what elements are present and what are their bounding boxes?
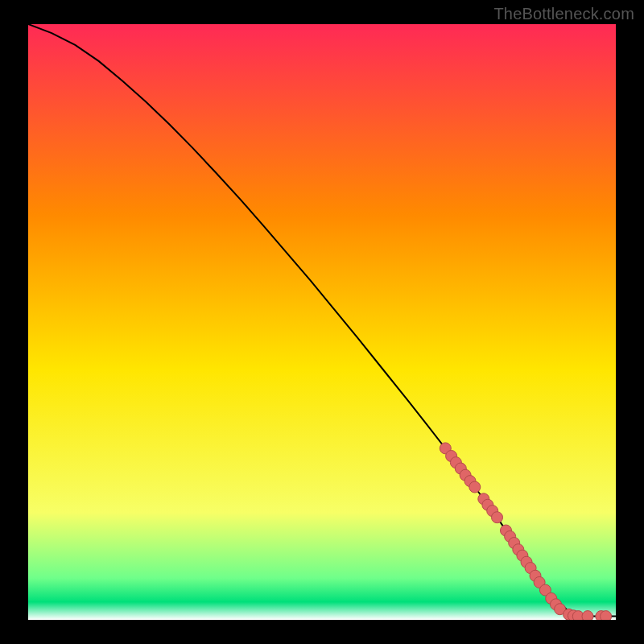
plot-area <box>28 24 616 620</box>
gradient-background <box>28 24 616 620</box>
chart-stage: TheBottleneck.com <box>0 0 644 644</box>
data-marker <box>582 611 593 620</box>
watermark-text: TheBottleneck.com <box>493 5 634 23</box>
data-marker <box>469 481 481 493</box>
data-marker <box>492 512 503 523</box>
chart-svg <box>28 24 616 620</box>
data-marker <box>601 611 612 620</box>
